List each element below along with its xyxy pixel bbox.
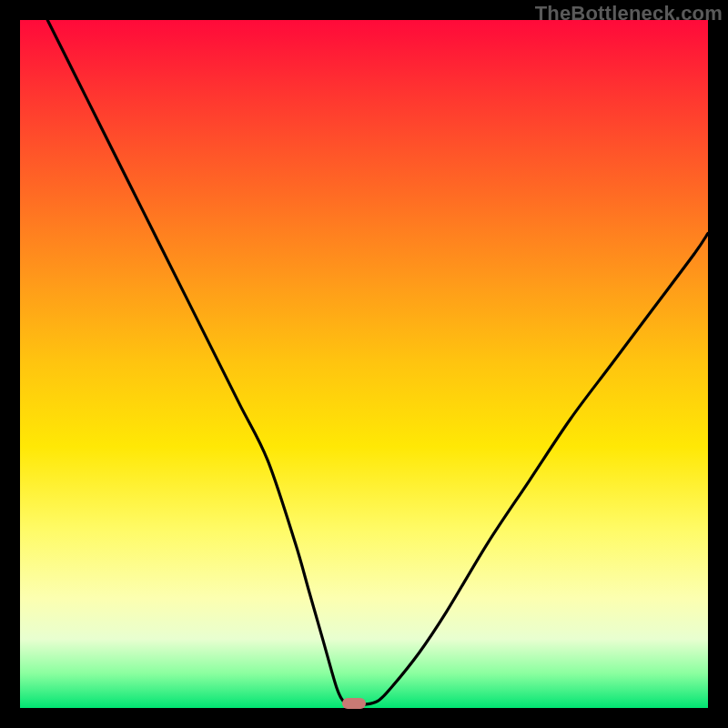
watermark-text: TheBottleneck.com	[535, 2, 723, 25]
plot-area	[20, 20, 708, 708]
curve-layer	[20, 20, 708, 708]
chart-stage: TheBottleneck.com	[0, 0, 728, 728]
optimum-marker	[342, 698, 366, 709]
bottleneck-curve	[47, 20, 708, 705]
